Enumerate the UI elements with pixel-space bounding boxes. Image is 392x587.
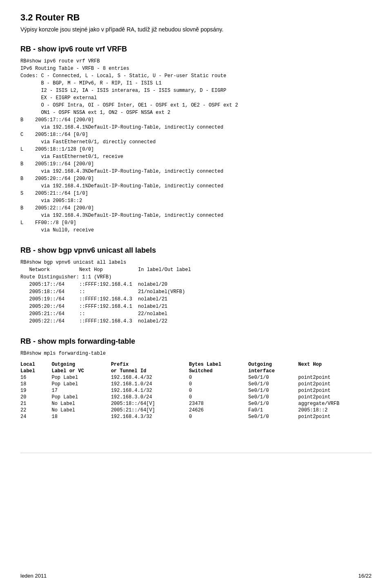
table-cell: Se0/1/0: [248, 381, 298, 387]
section-title: 3.2 Router RB: [20, 12, 372, 23]
table-cell: 2005:18::2: [298, 407, 372, 414]
section1-heading: RB - show ipv6 route vrf VRFB: [20, 45, 372, 53]
table-cell: Se0/1/0: [248, 414, 298, 420]
col-empty: [298, 368, 372, 374]
table-row: 20Pop Label192.168.3.0/240Se0/1/0point2p…: [20, 394, 372, 400]
table-cell: 192.168.1.0/24: [111, 381, 189, 387]
table-cell: point2point: [298, 394, 372, 400]
table-cell: 192.168.3.0/24: [111, 394, 189, 400]
table-cell: Fa0/1: [248, 407, 298, 414]
table-cell: point2point: [298, 387, 372, 394]
table-cell: 24: [20, 414, 51, 420]
table-cell: Pop Label: [51, 374, 111, 381]
section-ipv6-route: RB - show ipv6 route vrf VRFB RB#show ip…: [20, 45, 372, 234]
section2-code: RB#show bgp vpnv6 unicast all labels Net…: [20, 259, 372, 325]
section1-code: RB#show ipv6 route vrf VRFB IPv6 Routing…: [20, 58, 372, 234]
mpls-table: Local Outgoing Prefix Bytes Label Outgoi…: [20, 361, 372, 420]
table-cell: 17: [51, 387, 111, 394]
table-cell: 0: [189, 387, 248, 394]
col-labelorvc: Label or VC: [51, 368, 111, 374]
table-cell: 192.168.4.1/32: [111, 387, 189, 394]
section-bgp-vpnv6: RB - show bgp vpnv6 unicast all labels R…: [20, 246, 372, 325]
table-cell: 0: [189, 414, 248, 420]
footer-left: leden 2011: [20, 573, 47, 579]
table-row: 2418192.168.4.3/320Se0/1/0point2point: [20, 414, 372, 420]
table-header-row1: Local Outgoing Prefix Bytes Label Outgoi…: [20, 361, 372, 368]
footer: leden 2011 16/22: [0, 573, 392, 579]
section-subtitle: Výpisy konzole jsou stejné jako v případ…: [20, 26, 372, 33]
table-row: 16Pop Label192.168.4.4/320Se0/1/0point2p…: [20, 374, 372, 381]
footer-right: 16/22: [358, 573, 372, 579]
table-cell: Pop Label: [51, 394, 111, 400]
table-cell: aggregate/VRFB: [298, 400, 372, 407]
table-cell: 21: [20, 400, 51, 407]
table-row: 22No Label2005:21::/64[V]24626Fa0/12005:…: [20, 407, 372, 414]
col-outgoing2: Outgoing: [248, 361, 298, 368]
section-mpls: RB - show mpls forwarding-table RB#show …: [20, 337, 372, 420]
table-cell: 2005:18::/64[V]: [111, 400, 189, 407]
table-cell: Se0/1/0: [248, 400, 298, 407]
footer-divider: [20, 453, 372, 453]
table-cell: 18: [20, 381, 51, 387]
table-cell: 0: [189, 374, 248, 381]
table-cell: Se0/1/0: [248, 394, 298, 400]
section-header: 3.2 Router RB Výpisy konzole jsou stejné…: [20, 12, 372, 33]
table-cell: point2point: [298, 414, 372, 420]
table-row: 18Pop Label192.168.1.0/240Se0/1/0point2p…: [20, 381, 372, 387]
table-cell: Pop Label: [51, 381, 111, 387]
table-cell: 23478: [189, 400, 248, 407]
col-interface: interface: [248, 368, 298, 374]
col-bytes: Bytes Label: [189, 361, 248, 368]
col-switched: Switched: [189, 368, 248, 374]
section2-heading: RB - show bgp vpnv6 unicast all labels: [20, 246, 372, 255]
table-cell: No Label: [51, 407, 111, 414]
table-cell: Se0/1/0: [248, 387, 298, 394]
table-cell: 22: [20, 407, 51, 414]
table-cell: 192.168.4.4/32: [111, 374, 189, 381]
table-cell: 20: [20, 394, 51, 400]
col-tunnelid: or Tunnel Id: [111, 368, 189, 374]
table-cell: No Label: [51, 400, 111, 407]
table-row: 1917192.168.4.1/320Se0/1/0point2point: [20, 387, 372, 394]
section3-code-intro: RB#show mpls forwarding-table: [20, 350, 372, 357]
table-cell: Se0/1/0: [248, 374, 298, 381]
table-cell: 192.168.4.3/32: [111, 414, 189, 420]
section3-heading: RB - show mpls forwarding-table: [20, 337, 372, 346]
col-outgoing1: Outgoing: [51, 361, 111, 368]
col-local: Local: [20, 361, 51, 368]
table-cell: 2005:21::/64[V]: [111, 407, 189, 414]
table-cell: point2point: [298, 374, 372, 381]
table-cell: 19: [20, 387, 51, 394]
table-cell: 0: [189, 394, 248, 400]
table-row: 21No Label2005:18::/64[V]23478Se0/1/0agg…: [20, 400, 372, 407]
table-cell: 16: [20, 374, 51, 381]
col-prefix: Prefix: [111, 361, 189, 368]
table-cell: 24626: [189, 407, 248, 414]
table-cell: 0: [189, 381, 248, 387]
table-cell: point2point: [298, 381, 372, 387]
col-label: Label: [20, 368, 51, 374]
table-cell: 18: [51, 414, 111, 420]
table-header-row2: Label Label or VC or Tunnel Id Switched …: [20, 368, 372, 374]
col-nexthop: Next Hop: [298, 361, 372, 368]
